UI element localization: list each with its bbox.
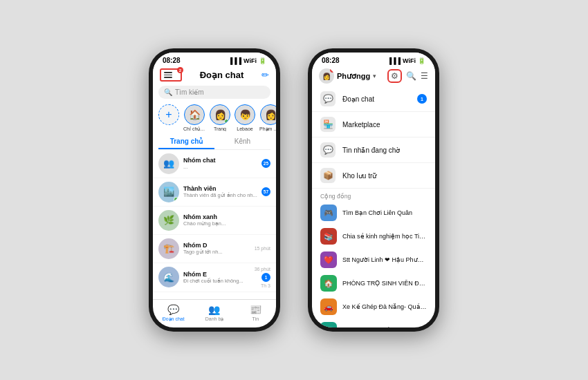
- menu-badge-chat: 1: [417, 94, 427, 104]
- nav-doan-chat[interactable]: 💬 Đoạn chat: [153, 304, 194, 322]
- search-bar-1[interactable]: 🔍 Tìm kiếm: [158, 86, 270, 99]
- menu-list: 💬 Đoạn chat 1 🏪 Marketplace 💬 Tin nhắn đ…: [312, 86, 435, 327]
- nav-icon-contacts: 👥: [208, 304, 220, 315]
- nav-icon-chat: 💬: [167, 304, 179, 315]
- menu-label-chat: Đoạn chat: [342, 95, 410, 103]
- chat-avatar-0: 👥: [158, 153, 179, 174]
- chat-msg-3: Tago gửi tới nh...: [183, 249, 250, 255]
- menu-item-kho[interactable]: 📦 Kho lưu trữ: [312, 163, 435, 189]
- community-name-0: Tìm Bạn Chơi Liên Quân: [342, 209, 427, 216]
- community-5[interactable]: 🛍️ Hội Thanh Lý Đồ Dùng Phòng T...: [312, 319, 435, 327]
- story-add-avatar: +: [158, 104, 179, 125]
- chat-msg-2: Chào mừng bạn...: [183, 220, 266, 227]
- community-avatar-3: 🏠: [320, 275, 337, 292]
- chat-avatar-2: 🌿: [158, 210, 179, 231]
- nav-label-contacts: Danh bạ: [205, 316, 224, 322]
- story-label-3: Phạm Vân: [259, 126, 276, 132]
- chat-msg-4: Đi chơi cuối tuần không...: [183, 278, 250, 284]
- chat-meta-4: 36 phút 1 Th 3: [255, 267, 270, 288]
- chat-name-0: Nhóm chat: [183, 157, 257, 164]
- chat-list: 👥 Nhóm chat ... 25 🏙️ Thành vi: [153, 150, 276, 300]
- menu-label-kho: Kho lưu trữ: [342, 172, 427, 180]
- community-0[interactable]: 🎮 Tìm Bạn Chơi Liên Quân: [312, 201, 435, 225]
- story-1[interactable]: 👩 Trang: [210, 104, 230, 132]
- chat-info-0: Nhóm chat ...: [183, 157, 257, 170]
- menu-icon-chat: 💬: [320, 91, 336, 106]
- community-1[interactable]: 📚 Chia sẻ kinh nghiệm học Tiếng...: [312, 225, 435, 248]
- story-avatar-2: 👦: [235, 104, 255, 125]
- chat-info-4: Nhóm E Đi chơi cuối tuần không...: [183, 271, 250, 284]
- tab-trang-chu[interactable]: Trang chủ: [158, 135, 214, 149]
- time-2: 08:28: [322, 57, 340, 64]
- community-avatar-1: 📚: [320, 228, 337, 245]
- page-title-1: Đoạn chat: [200, 70, 244, 80]
- user-avatar: 👩 2: [319, 68, 334, 84]
- menu-badge: 2: [177, 67, 183, 73]
- community-name-2: Stt Người Linh ❤ Hậu Phương: [342, 256, 427, 263]
- chat-avatar-4: 🌊: [158, 267, 179, 287]
- community-2[interactable]: ❤️ Stt Người Linh ❤ Hậu Phương: [312, 248, 435, 272]
- chat-badge-4: 1: [261, 273, 270, 282]
- menu-label-marketplace: Marketplace: [342, 121, 427, 129]
- edit-icon[interactable]: ✏: [261, 70, 269, 80]
- search-placeholder-1: Tìm kiếm: [175, 88, 204, 96]
- menu-icon-kho: 📦: [320, 168, 336, 183]
- chat-badge-1: 57: [261, 187, 270, 196]
- nav-tin[interactable]: 📰 Tin: [235, 304, 276, 322]
- community-avatar-0: 🎮: [320, 205, 337, 221]
- chat-meta-1: 57: [261, 187, 270, 196]
- phone2-header: 👩 2 Phươngg ▾ ⚙ 🔍 ☰: [312, 66, 435, 86]
- chat-item-1[interactable]: 🏙️ Thành viên Thành viên đã gửi ảnh cho …: [153, 178, 276, 207]
- gear-button[interactable]: ⚙: [387, 69, 402, 83]
- time-1: 08:28: [163, 57, 181, 64]
- chat-item-0[interactable]: 👥 Nhóm chat ... 25: [153, 150, 276, 178]
- chat-item-2[interactable]: 🌿 Nhóm xanh Chào mừng bạn...: [153, 207, 276, 235]
- hamburger-icon: [164, 72, 178, 78]
- story-label-2: Lebaoe: [237, 126, 252, 131]
- community-avatar-5: 🛍️: [320, 322, 337, 327]
- chat-info-2: Nhóm xanh Chào mừng bạn...: [183, 213, 266, 227]
- nav-danh-ba[interactable]: 👥 Danh bạ: [194, 304, 235, 322]
- chat-name-3: Nhóm D: [183, 242, 250, 249]
- chat-meta-0: 25: [261, 159, 270, 168]
- chat-msg-1: Thành viên đã gửi ảnh cho nh...: [183, 192, 257, 198]
- hamburger-icon-2[interactable]: ☰: [421, 71, 428, 81]
- chat-avatar-1: 🏙️: [158, 182, 179, 202]
- chat-avatar-3: 🏗️: [158, 238, 179, 259]
- chat-msg-0: ...: [183, 164, 257, 170]
- nav-label-news: Tin: [252, 316, 259, 321]
- story-avatar-1: 👩: [210, 104, 230, 125]
- chat-item-3[interactable]: 🏗️ Nhóm D Tago gửi tới nh... 15 phút: [153, 235, 276, 263]
- story-3[interactable]: 👩 Phạm Vân: [259, 104, 276, 132]
- community-name-4: Xe Kế Ghép Đà Nẵng- Quảng n...: [342, 303, 427, 310]
- menu-item-tin-nhan[interactable]: 💬 Tin nhắn đang chờ: [312, 137, 435, 163]
- gear-icon: ⚙: [391, 71, 398, 81]
- nav-label-chat: Đoạn chat: [163, 316, 185, 322]
- tab-kenh[interactable]: Kênh: [214, 135, 270, 149]
- chat-info-1: Thành viên Thành viên đã gửi ảnh cho nh.…: [183, 185, 257, 198]
- story-add[interactable]: +: [158, 104, 179, 132]
- menu-item-marketplace[interactable]: 🏪 Marketplace: [312, 112, 435, 137]
- chat-item-4[interactable]: 🌊 Nhóm E Đi chơi cuối tuần không... 36 p…: [153, 263, 276, 292]
- community-4[interactable]: 🚗 Xe Kế Ghép Đà Nẵng- Quảng n...: [312, 295, 435, 319]
- community-avatar-2: ❤️: [320, 251, 337, 268]
- tabs-row: Trang chủ Kênh: [158, 135, 270, 150]
- chat-time-3: 15 phút: [255, 246, 270, 251]
- phone-1: 08:28 ▐▐▐ WiFi 🔋 2 Đoạn chat: [149, 48, 280, 332]
- menu-item-doan-chat[interactable]: 💬 Đoạn chat 1: [312, 86, 435, 112]
- user-badge: 2: [330, 68, 334, 73]
- chat-info-3: Nhóm D Tago gửi tới nh...: [183, 242, 250, 255]
- story-2[interactable]: 👦 Lebaoe: [235, 104, 255, 132]
- phone-1-screen: 08:28 ▐▐▐ WiFi 🔋 2 Đoạn chat: [153, 53, 276, 327]
- chevron-down-icon: ▾: [373, 73, 376, 79]
- community-avatar-4: 🚗: [320, 298, 337, 315]
- community-3[interactable]: 🏠 PHÒNG TRỌ SINH VIÊN ĐÀ NẴ...: [312, 272, 435, 295]
- community-name-3: PHÒNG TRỌ SINH VIÊN ĐÀ NẴ...: [342, 280, 427, 287]
- username[interactable]: Phươngg: [337, 72, 370, 81]
- status-icons-1: ▐▐▐ WiFi 🔋: [228, 57, 266, 64]
- menu-label-tin-nhan: Tin nhắn đang chờ: [342, 146, 427, 154]
- story-0[interactable]: 🏠 Chỉ chủ cửa b...: [183, 104, 205, 132]
- chat-extra-4: Th 3: [261, 283, 270, 288]
- search-icon-2[interactable]: 🔍: [406, 71, 416, 81]
- menu-button[interactable]: 2: [160, 68, 182, 82]
